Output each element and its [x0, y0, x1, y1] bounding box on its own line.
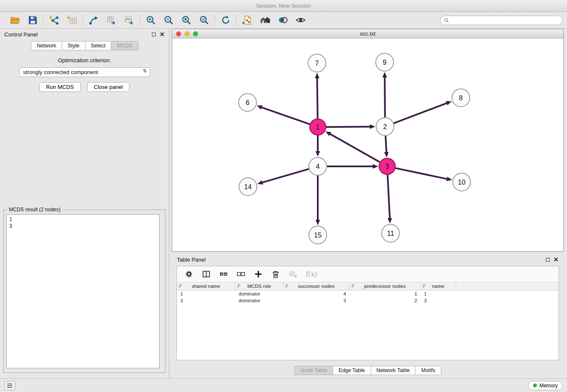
- table-cell[interactable]: 3: [284, 297, 350, 304]
- table-panel-title: Table Panel: [177, 257, 206, 263]
- float-panel-icon[interactable]: [546, 258, 550, 262]
- column-type-icon: [285, 284, 289, 288]
- network-window-titlebar[interactable]: × − + scc.txt: [172, 29, 563, 39]
- table-row[interactable]: 1dominator411: [177, 290, 559, 297]
- run-mcds-button[interactable]: Run MCDS: [39, 82, 81, 92]
- table-tabs: Node TableEdge TableNetwork TableMotifs: [172, 366, 564, 375]
- criterion-dropdown[interactable]: strongly connected component ⇅: [19, 67, 150, 77]
- task-history-button[interactable]: [4, 381, 15, 390]
- graph-edge-1-2[interactable]: [326, 127, 370, 127]
- table-cell[interactable]: 2: [350, 297, 421, 304]
- float-panel-icon[interactable]: [152, 33, 156, 36]
- table-cell[interactable]: 1: [350, 290, 421, 297]
- close-window-button[interactable]: ×: [176, 31, 181, 36]
- zoom-out-button[interactable]: [162, 14, 175, 27]
- show-hide-button[interactable]: [294, 14, 307, 27]
- node-label: 6: [246, 99, 250, 106]
- search-field[interactable]: [440, 16, 563, 25]
- table-cell[interactable]: dominator: [235, 297, 284, 304]
- tab-mcds[interactable]: MCDS: [111, 41, 138, 50]
- select-all-button[interactable]: [218, 269, 228, 279]
- graph-edge-3-1[interactable]: [330, 134, 380, 162]
- paint-style-button[interactable]: [276, 14, 289, 27]
- export-image-button[interactable]: [123, 14, 135, 27]
- graph-edge-3-11[interactable]: [388, 175, 390, 218]
- graph-node-4[interactable]: 4: [309, 157, 327, 175]
- tab-edge-table[interactable]: Edge Table: [333, 366, 371, 375]
- main-toolbar: [0, 12, 567, 29]
- memory-button[interactable]: Memory: [528, 381, 563, 390]
- function-builder-button[interactable]: f(x): [305, 270, 317, 278]
- search-input[interactable]: [451, 17, 559, 23]
- delete-column-button[interactable]: [270, 269, 281, 279]
- network-canvas[interactable]: 7968124314101511: [172, 39, 563, 251]
- graph-node-11[interactable]: 11: [382, 224, 399, 242]
- table-cell[interactable]: 4: [284, 290, 350, 297]
- graph-edge-2-9[interactable]: [385, 77, 385, 117]
- table-cell[interactable]: dominator: [235, 290, 284, 297]
- table-row[interactable]: 3dominator323: [177, 297, 559, 304]
- table-cell[interactable]: 3: [421, 297, 456, 304]
- close-panel-button[interactable]: Close panel: [87, 82, 130, 92]
- export-group: [83, 14, 140, 27]
- column-header-shared-name[interactable]: shared name: [177, 282, 235, 290]
- graph-node-10[interactable]: 10: [453, 173, 471, 191]
- close-panel-icon[interactable]: ✕: [160, 31, 165, 37]
- maximize-window-button[interactable]: +: [193, 31, 198, 36]
- export-network-button[interactable]: [87, 14, 100, 27]
- graph-edge-4-14[interactable]: [263, 169, 309, 182]
- deselect-all-button[interactable]: [236, 269, 246, 279]
- add-column-button[interactable]: [253, 269, 263, 279]
- node-label: 3: [385, 163, 389, 170]
- import-table-button[interactable]: [66, 14, 78, 27]
- table-cell[interactable]: 1: [421, 290, 456, 297]
- graph-edge-2-8[interactable]: [394, 103, 447, 123]
- column-header-predecessor-nodes[interactable]: predecessor nodes: [350, 282, 421, 290]
- graph-node-6[interactable]: 6: [239, 94, 256, 111]
- table-settings-button[interactable]: [184, 269, 194, 279]
- node-label: 2: [383, 123, 387, 130]
- graph-node-3[interactable]: 3: [379, 158, 395, 174]
- graph-node-15[interactable]: 15: [309, 226, 327, 244]
- graph-node-14[interactable]: 14: [239, 178, 257, 196]
- column-header-successor-nodes[interactable]: successor nodes: [284, 282, 350, 290]
- zoom-fit-button[interactable]: [180, 14, 193, 27]
- graph-edge-3-10[interactable]: [396, 168, 447, 179]
- tab-select[interactable]: Select: [85, 41, 112, 50]
- minimize-window-button[interactable]: −: [184, 31, 190, 36]
- mcds-result-title: MCDS result (2 nodes): [7, 207, 62, 213]
- table-cell[interactable]: 3: [177, 297, 235, 304]
- zoom-selected-button[interactable]: [198, 14, 210, 27]
- save-session-button[interactable]: [26, 14, 39, 27]
- close-panel-icon[interactable]: ✕: [553, 257, 559, 262]
- graph-node-1[interactable]: 1: [310, 119, 326, 135]
- mcds-result-textarea[interactable]: 1 3: [6, 214, 160, 368]
- refresh-button[interactable]: [219, 14, 232, 27]
- tab-network-table[interactable]: Network Table: [371, 366, 416, 375]
- graph-edge-1-7[interactable]: [317, 78, 318, 119]
- column-header-filler: [456, 282, 559, 290]
- show-columns-button[interactable]: [201, 269, 211, 279]
- column-header-name[interactable]: name: [421, 282, 456, 290]
- graph-edge-1-6[interactable]: [262, 108, 310, 124]
- tab-network[interactable]: Network: [31, 41, 62, 50]
- tab-style[interactable]: Style: [62, 41, 85, 50]
- column-header-MCDS-role[interactable]: MCDS role: [235, 282, 284, 290]
- tab-motifs[interactable]: Motifs: [415, 366, 441, 375]
- graph-node-2[interactable]: 2: [376, 118, 394, 135]
- open-file-button[interactable]: [8, 14, 21, 27]
- graph-edge-2-3[interactable]: [385, 136, 386, 152]
- first-neighbors-button[interactable]: [259, 14, 271, 27]
- graph-node-8[interactable]: 8: [452, 89, 470, 107]
- tab-node-table[interactable]: Node Table: [295, 366, 333, 375]
- table-cell[interactable]: 1: [177, 290, 235, 297]
- refresh-group: [215, 14, 236, 27]
- zoom-out-icon: [163, 15, 174, 25]
- graph-node-9[interactable]: 9: [376, 53, 394, 71]
- delete-table-button[interactable]: [288, 269, 298, 279]
- import-network-button[interactable]: [48, 14, 61, 27]
- export-table-button[interactable]: [105, 14, 118, 27]
- zoom-in-button[interactable]: [144, 14, 157, 27]
- graph-node-7[interactable]: 7: [308, 54, 326, 72]
- clone-network-button[interactable]: [241, 14, 253, 27]
